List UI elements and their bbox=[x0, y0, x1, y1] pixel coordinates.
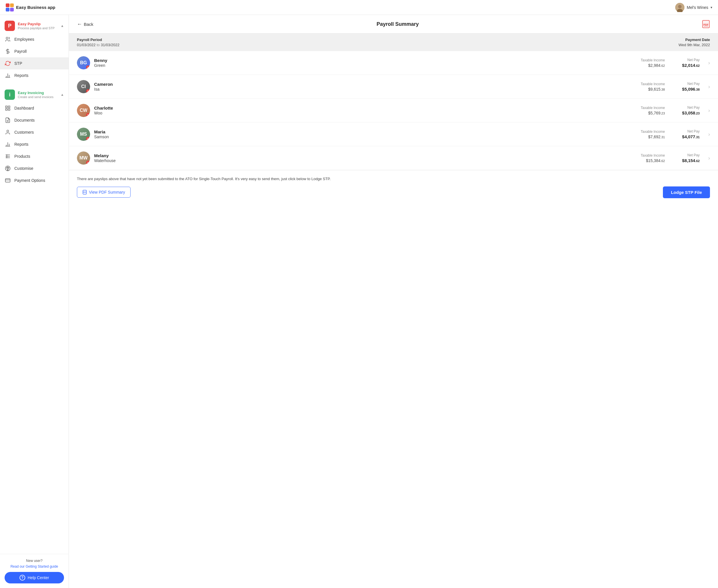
employee-name: Melany Waterhouse bbox=[94, 153, 641, 163]
period-dates: 01/03/2022 to 31/03/2022 bbox=[77, 43, 119, 47]
svg-rect-10 bbox=[8, 106, 10, 108]
income-value: $9,615.38 bbox=[641, 87, 665, 91]
user-section[interactable]: Mel's Wines ▾ bbox=[675, 3, 712, 12]
svg-point-15 bbox=[7, 130, 9, 132]
invoicing-section: i Easy Invoicing Create and send invoice… bbox=[0, 84, 68, 189]
sidebar-item-products[interactable]: Products bbox=[0, 150, 68, 162]
first-name: Maria bbox=[94, 129, 641, 134]
table-row[interactable]: CW ↻ Charlotte Woo Taxable Income $5,769… bbox=[69, 99, 718, 123]
pay-label: Net Pay bbox=[682, 129, 700, 133]
svg-point-3 bbox=[6, 37, 8, 39]
row-expand-icon[interactable]: › bbox=[708, 108, 710, 113]
sidebar-item-reports-invoicing[interactable]: Reports bbox=[0, 138, 68, 150]
pay-label: Net Pay bbox=[682, 82, 700, 86]
net-pay: Net Pay $8,154.62 bbox=[682, 153, 700, 163]
sidebar-item-documents[interactable]: Documents bbox=[0, 114, 68, 126]
payment-date-section: Payment Date Wed 9th Mar, 2022 bbox=[678, 38, 710, 47]
row-expand-icon[interactable]: › bbox=[708, 131, 710, 138]
table-row[interactable]: CI ↻ Cameron Isa Taxable Income $9,615.3… bbox=[69, 75, 718, 99]
avatar bbox=[675, 3, 684, 12]
net-pay: Net Pay $3,058.23 bbox=[682, 106, 700, 115]
new-user-text: New user? bbox=[5, 559, 64, 563]
brand-name: Easy Business app bbox=[16, 5, 55, 10]
payslip-app-subtitle: Process payslips and STP bbox=[18, 26, 55, 30]
svg-point-26 bbox=[7, 167, 8, 168]
payment-date-value: Wed 9th Mar, 2022 bbox=[678, 43, 710, 47]
last-name: Isa bbox=[94, 87, 641, 91]
bar-chart-icon bbox=[5, 72, 11, 79]
payment-options-label: Payment Options bbox=[14, 178, 45, 183]
topbar: Easy Business app Mel's Wines ▾ bbox=[0, 0, 718, 15]
payslip-app-info: P Easy Payslip Process payslips and STP bbox=[5, 21, 55, 31]
income-value: $2,984.62 bbox=[641, 63, 665, 68]
user-menu-chevron[interactable]: ▾ bbox=[711, 5, 712, 9]
sidebar-item-customise[interactable]: Customise bbox=[0, 162, 68, 174]
table-row[interactable]: BG ↻ Benny Green Taxable Income $2,984.6… bbox=[69, 51, 718, 75]
sidebar-footer: New user? Read our Getting Started guide… bbox=[0, 554, 68, 588]
back-button[interactable]: ← Back bbox=[77, 21, 93, 27]
sync-badge: ↻ bbox=[86, 137, 90, 141]
sidebar-item-reports-payslip[interactable]: Reports bbox=[0, 69, 68, 81]
pay-label: Net Pay bbox=[682, 153, 700, 157]
sidebar-item-stp[interactable]: STP bbox=[0, 57, 68, 69]
last-name: Woo bbox=[94, 111, 641, 115]
payslip-app-title: Easy Payslip bbox=[18, 22, 55, 26]
income-label: Taxable Income bbox=[641, 106, 665, 110]
sidebar-item-customers[interactable]: Customers bbox=[0, 126, 68, 138]
svg-rect-9 bbox=[6, 106, 7, 108]
table-row[interactable]: MW ↻ Melany Waterhouse Taxable Income $1… bbox=[69, 146, 718, 170]
sync-badge: ↻ bbox=[86, 161, 90, 165]
svg-rect-11 bbox=[6, 109, 7, 110]
income-value: $15,384.62 bbox=[641, 158, 665, 163]
payslip-section-header[interactable]: P Easy Payslip Process payslips and STP … bbox=[0, 18, 68, 33]
row-expand-icon[interactable]: › bbox=[708, 155, 710, 161]
row-expand-icon[interactable]: › bbox=[708, 84, 710, 90]
sidebar-item-payroll[interactable]: Payroll bbox=[0, 45, 68, 57]
pay-value: $3,058.23 bbox=[682, 110, 700, 115]
first-name: Cameron bbox=[94, 82, 641, 87]
people-icon bbox=[5, 36, 11, 42]
lodge-stp-button[interactable]: Lodge STP File bbox=[663, 186, 710, 198]
income-value: $5,769.23 bbox=[641, 111, 665, 115]
help-label: Help Center bbox=[27, 575, 49, 580]
table-row[interactable]: MS ↻ Maria Samson Taxable Income $7,692.… bbox=[69, 123, 718, 146]
income-value: $7,692.31 bbox=[641, 134, 665, 139]
customise-label: Customise bbox=[14, 166, 33, 171]
payment-date-label: Payment Date bbox=[678, 38, 710, 42]
pay-value: $4,077.31 bbox=[682, 134, 700, 139]
payroll-label: Payroll bbox=[14, 49, 27, 54]
employee-name: Charlotte Woo bbox=[94, 106, 641, 115]
sidebar-item-employees[interactable]: Employees bbox=[0, 33, 68, 45]
reports-payslip-label: Reports bbox=[14, 73, 28, 78]
back-label: Back bbox=[84, 22, 93, 27]
sidebar-item-dashboard[interactable]: Dashboard bbox=[0, 102, 68, 114]
sidebar-item-payment-options[interactable]: Payment Options bbox=[0, 174, 68, 186]
help-center-button[interactable]: ? Help Center bbox=[5, 572, 64, 583]
invoicing-app-subtitle: Create and send invoices bbox=[18, 95, 54, 99]
pay-label: Net Pay bbox=[682, 106, 700, 109]
help-icon: ? bbox=[20, 575, 25, 581]
employees-list: BG ↻ Benny Green Taxable Income $2,984.6… bbox=[69, 51, 718, 588]
username: Mel's Wines bbox=[687, 5, 708, 10]
dashboard-label: Dashboard bbox=[14, 106, 34, 110]
pdf-icon-button[interactable]: PDF bbox=[702, 20, 710, 28]
view-pdf-button[interactable]: PDF View PDF Summary bbox=[77, 187, 130, 197]
sync-badge: ↻ bbox=[86, 65, 90, 69]
payslip-collapse-icon[interactable]: ▲ bbox=[61, 24, 64, 28]
back-arrow-icon: ← bbox=[77, 21, 82, 27]
svg-rect-28 bbox=[5, 179, 10, 182]
net-pay: Net Pay $5,096.38 bbox=[682, 82, 700, 91]
period-bar: Payroll Period 01/03/2022 to 31/03/2022 … bbox=[69, 34, 718, 51]
invoicing-collapse-icon[interactable]: ▲ bbox=[61, 93, 64, 97]
invoicing-section-header[interactable]: i Easy Invoicing Create and send invoice… bbox=[0, 87, 68, 102]
period-to-span: 31/03/2022 bbox=[101, 43, 119, 47]
taxable-income: Taxable Income $15,384.62 bbox=[641, 153, 665, 163]
row-expand-icon[interactable]: › bbox=[708, 60, 710, 66]
first-name: Charlotte bbox=[94, 106, 641, 110]
getting-started-link[interactable]: Read our Getting Started guide bbox=[5, 565, 64, 568]
first-name: Melany bbox=[94, 153, 641, 158]
palette-icon bbox=[5, 165, 11, 171]
pay-value: $8,154.62 bbox=[682, 158, 700, 163]
documents-label: Documents bbox=[14, 118, 35, 123]
income-label: Taxable Income bbox=[641, 58, 665, 62]
